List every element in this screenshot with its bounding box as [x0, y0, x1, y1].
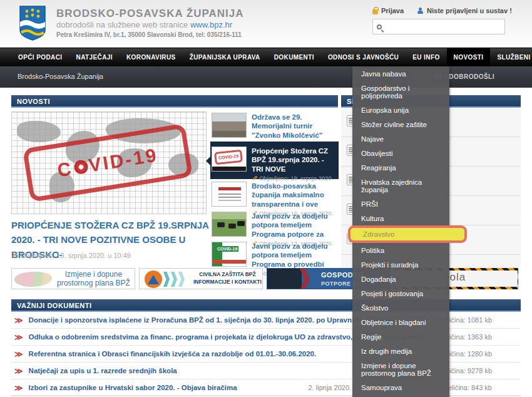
dropdown-menu-item[interactable]: Zdravstvo: [348, 225, 467, 243]
dropdown-menu-item[interactable]: Posjeti i gostovanja: [352, 286, 449, 301]
news-list-item[interactable]: COVID-19 Javni poziv za dodjelu potpora …: [210, 240, 339, 269]
welcome-text: dobrodošli na službene web stranice: [56, 20, 190, 29]
news-list: Održava se 29. Memorijalni turnir "Zvonk…: [210, 111, 339, 271]
banner-civilna-zastita[interactable]: CIVILNA ZAŠTITA BPŽ INFORMACIJE I KONTAK…: [139, 268, 263, 289]
dropdown-menu-item[interactable]: Reagiranja: [352, 160, 449, 175]
dropdown-menu-item[interactable]: Europska unija: [352, 103, 449, 117]
banner-text: prostornog plana BPŽ: [57, 279, 130, 287]
dropdown-menu-item[interactable]: Obavijesti: [352, 146, 449, 160]
featured-news-image[interactable]: CVID-19: [11, 111, 207, 214]
thumb-doc-decoration: [218, 187, 241, 190]
thumb-doc-decoration: [218, 193, 241, 195]
news-item-body: Brodsko-posavska županija maksimalno tra…: [252, 182, 337, 208]
dropdown-menu-item[interactable]: Samouprava: [352, 380, 449, 394]
page: BRODSKO-POSAVSKA ŽUPANIJA dobrodošli na …: [0, 0, 532, 397]
banner-text: INFORMACIJE I KONTAKTI: [193, 279, 262, 285]
site-header: BRODSKO-POSAVSKA ŽUPANIJA dobrodošli na …: [0, 0, 532, 48]
virus-icon: [73, 159, 89, 175]
nav-item[interactable]: ODNOSI S JAVNOŠĆU: [321, 48, 406, 66]
banner-text: Izmjene i dopune: [65, 270, 122, 279]
dropdown-menu-item[interactable]: Događanja: [352, 272, 449, 286]
news-thumbnail-cows: [212, 212, 247, 237]
news-thumbnail-crowd: [212, 113, 247, 138]
news-item-body: Održava se 29. Memorijalni turnir "Zvonk…: [252, 113, 337, 139]
login-status-text: Niste prijavljeni u sustav !: [427, 7, 512, 14]
news-item-title[interactable]: Održava se 29. Memorijalni turnir "Zvonk…: [252, 113, 337, 140]
search-input[interactable]: [382, 21, 504, 33]
dropdown-menu-item[interactable]: Regije: [352, 329, 449, 344]
map-continent-shape: [17, 121, 61, 142]
novosti-dropdown-menu: Javna nabavaGospodarstvo i poljoprivreda…: [352, 66, 449, 397]
nav-item[interactable]: NATJEČAJI: [69, 48, 120, 66]
news-item-title[interactable]: Javni poziv za dodjelu potpora temeljem …: [252, 242, 337, 269]
dropdown-menu-item[interactable]: Projekti i suradnja: [352, 257, 449, 272]
news-list-item[interactable]: COVID-19 Priopćenje Stožera CZ BPŽ 19.sr…: [210, 142, 339, 179]
document-title[interactable]: Izbori za zastupnike u Hrvatski sabor 20…: [29, 384, 237, 391]
dropdown-menu-item[interactable]: Najave: [352, 131, 449, 146]
news-item-title[interactable]: Brodsko-posavska županija maksimalno tra…: [252, 182, 337, 209]
red-arrow-icon: ≫: [14, 316, 23, 325]
login-status: Niste prijavljeni u sustav !: [417, 7, 512, 14]
banner-prostorni-plan[interactable]: Izmjene i dopune prostornog plana BPŽ: [11, 268, 135, 289]
news-item-title[interactable]: Priopćenje Stožera CZ BPŽ 19.srpnja 2020…: [252, 147, 337, 173]
stamp-text-right: VID-19: [87, 145, 159, 177]
county-coat-of-arms-logo[interactable]: [19, 6, 46, 41]
dropdown-menu-item[interactable]: Kultura: [352, 211, 449, 225]
nav-item[interactable]: OPĆI PODACI: [11, 48, 69, 66]
news-item-title[interactable]: Javni poziv za dodjelu potpora temeljem …: [252, 212, 337, 239]
pencil-icon: ✎: [10, 252, 18, 258]
stamp-text-left: C: [56, 158, 74, 181]
site-address: Petra Krešimira IV, br.1, 35000 Slavonsk…: [56, 31, 242, 38]
main-nav: OPĆI PODACINATJEČAJIKORONAVIRUSŽUPANIJSK…: [0, 48, 532, 66]
login-label: Prijava: [381, 7, 404, 14]
nav-item[interactable]: NOVOSTI: [447, 48, 491, 66]
news-thumbnail-covid-green: COVID-19: [212, 242, 247, 267]
breadcrumb-bar: Brodsko-Posavska Županija JA : DOBRODOŠL…: [0, 66, 532, 88]
dropdown-menu-item[interactable]: PRŠI: [352, 197, 449, 211]
red-arrow-icon: ≫: [14, 383, 23, 393]
dropdown-menu-item[interactable]: Obljetnice i blagdani: [352, 315, 449, 329]
site-url-link[interactable]: www.bpz.hr: [190, 20, 232, 29]
site-title: BRODSKO-POSAVSKA ŽUPANIJA: [56, 8, 244, 20]
chevron-decoration: [178, 272, 185, 287]
thumb-covid-green-text: COVID-19: [216, 246, 238, 252]
dropdown-menu-item[interactable]: Gospodarstvo i poljoprivreda: [352, 81, 449, 103]
dropdown-menu-item[interactable]: Hrvatska zajednica županija: [352, 175, 449, 197]
red-arrow-icon: ≫: [14, 349, 23, 359]
red-arrow-icon: ≫: [14, 333, 23, 342]
document-title[interactable]: Natječaji za upis u 1. razrede srednjih …: [29, 367, 177, 374]
dropdown-menu-item[interactable]: Izmjene i dopune prostornog plana BPŽ: [352, 358, 449, 380]
document-title[interactable]: Donacije i sponzorstva isplaćene iz Pror…: [29, 316, 392, 324]
breadcrumb[interactable]: Brodsko-Posavska Županija: [18, 73, 103, 80]
login-button[interactable]: Prijava: [372, 7, 404, 14]
nav-item[interactable]: ŽUPANIJSKA UPRAVA: [183, 48, 267, 66]
dropdown-menu-item[interactable]: Školstvo: [352, 301, 449, 315]
search-icon: [377, 24, 382, 29]
news-list-item[interactable]: Javni poziv za dodjelu potpora temeljem …: [210, 210, 339, 239]
nav-item[interactable]: KORONAVIRUS: [120, 48, 183, 66]
search-box[interactable]: [372, 19, 505, 34]
news-item-body: Javni poziv za dodjelu potpora temeljem …: [252, 242, 337, 268]
news-section-title: NOVOSTI: [11, 95, 338, 108]
news-thumbnail-document: [212, 182, 247, 207]
dropdown-menu-item[interactable]: Iz drugih medija: [352, 344, 449, 358]
red-arrow-icon: ≫: [14, 366, 23, 376]
dropdown-menu-item[interactable]: Stožer civilne zaštite: [352, 117, 449, 131]
nav-item[interactable]: SLUŽBENI VJESNIK: [490, 48, 532, 66]
news-list-item[interactable]: Održava se 29. Memorijalni turnir "Zvonk…: [210, 111, 339, 140]
document-title[interactable]: Referentna stranica i Obrasci financijsk…: [29, 350, 317, 358]
nav-item[interactable]: EU INFO: [406, 48, 446, 66]
dropdown-menu-item[interactable]: Javna nabava: [352, 66, 449, 81]
news-item-body: Javni poziv za dodjelu potpora temeljem …: [252, 212, 337, 238]
document-size: Veličina: 843 kb: [444, 384, 492, 391]
chevron-decoration: [163, 272, 170, 287]
thumb-covid-text: COVID-19: [214, 150, 243, 165]
dropdown-menu-item[interactable]: Politika: [352, 243, 449, 257]
featured-news-date: ✎ Objavljeno: 19. srpnja 2020. u 10:49: [11, 251, 131, 259]
nav-item[interactable]: DOKUMENTI: [267, 48, 321, 66]
banner-text: I OGLASNA PLOČA: [444, 289, 489, 289]
featured-published-text: Objavljeno: 19. srpnja 2020. u 10:49: [20, 252, 131, 259]
news-list-item[interactable]: Brodsko-posavska županija maksimalno tra…: [210, 180, 339, 209]
login-row: Prijava Niste prijavljeni u sustav !: [372, 7, 516, 14]
banner-text: CIVILNA ZAŠTITA BPŽ: [199, 271, 255, 277]
